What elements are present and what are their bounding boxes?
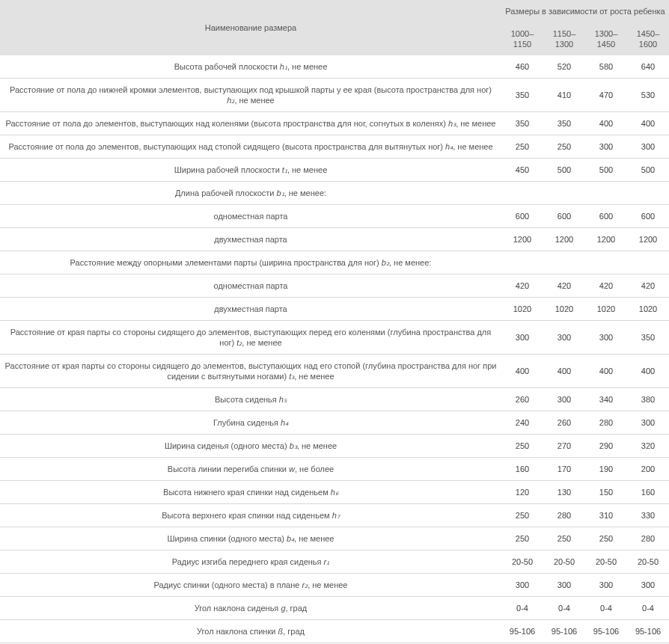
row-value: 250: [585, 527, 627, 551]
table-row: Длина рабочей плоскости b₁, не менее:: [0, 182, 669, 205]
row-value: 290: [585, 435, 627, 458]
row-value: 300: [543, 574, 585, 597]
row-value: [501, 182, 543, 205]
row-value: 420: [585, 275, 627, 298]
row-label: двухместная парта: [0, 228, 501, 251]
table-row: Радиус изгиба переднего края сиденья r₁2…: [0, 551, 669, 574]
table-row: Угол наклона сиденья g, град0-40-40-40-4: [0, 597, 669, 620]
table-row: Ширина рабочей плоскости t₁, не менее450…: [0, 159, 669, 182]
row-value: 95-106: [627, 620, 669, 643]
row-value: 1020: [501, 298, 543, 321]
row-value: 300: [627, 574, 669, 597]
row-label: одноместная парта: [0, 205, 501, 228]
table-header: Наименование размера Размеры в зависимос…: [0, 0, 669, 55]
row-value: 200: [627, 458, 669, 481]
row-value: 400: [543, 355, 585, 388]
row-value: 420: [543, 275, 585, 298]
table-row: Глубина сиденья h₄240260280300: [0, 411, 669, 435]
table-row: Высота верхнего края спинки над сиденьем…: [0, 504, 669, 527]
table-body: Высота рабочей плоскости h₁, не менее460…: [0, 55, 669, 644]
row-label: Ширина рабочей плоскости t₁, не менее: [0, 159, 501, 182]
row-value: 240: [501, 411, 543, 435]
dimensions-table: Наименование размера Размеры в зависимос…: [0, 0, 669, 644]
row-label: Угол наклона спинки ß, град: [0, 620, 501, 643]
row-value: 1200: [543, 228, 585, 251]
row-value: 400: [627, 112, 669, 135]
row-label: Длина рабочей плоскости b₁, не менее:: [0, 182, 501, 205]
row-value: 350: [501, 79, 543, 112]
row-value: 500: [585, 159, 627, 182]
table-row: Ширина сиденья (одного места) b₃, не мен…: [0, 435, 669, 458]
row-value: 300: [585, 135, 627, 159]
row-value: 0-4: [627, 597, 669, 620]
row-label: Расстояние от края парты со стороны сидя…: [0, 321, 501, 355]
row-label: Радиус спинки (одного места) в плане r₂,…: [0, 574, 501, 597]
row-label: Угол наклона сиденья g, град: [0, 597, 501, 620]
row-value: 600: [543, 205, 585, 228]
row-value: 300: [543, 388, 585, 411]
row-value: 310: [585, 504, 627, 527]
row-value: 280: [543, 504, 585, 527]
row-value: 340: [585, 388, 627, 411]
table-row: Высота рабочей плоскости h₁, не менее460…: [0, 55, 669, 79]
row-value: 260: [543, 411, 585, 435]
row-label: Глубина сиденья h₄: [0, 411, 501, 435]
row-label: Ширина спинки (одного места) b₄, не мене…: [0, 527, 501, 551]
row-value: 1200: [627, 228, 669, 251]
row-value: 600: [501, 205, 543, 228]
table-row: Ширина спинки (одного места) b₄, не мене…: [0, 527, 669, 551]
row-value: 250: [543, 135, 585, 159]
row-value: 250: [543, 527, 585, 551]
row-label: Ширина сиденья (одного места) b₃, не мен…: [0, 435, 501, 458]
row-value: 460: [501, 55, 543, 79]
table-row: одноместная парта600600600600: [0, 205, 669, 228]
row-value: 250: [501, 504, 543, 527]
row-value: 250: [501, 527, 543, 551]
table-row: Расстояние от края парты со стороны сидя…: [0, 321, 669, 355]
row-value: 350: [501, 112, 543, 135]
col-name: Наименование размера: [0, 0, 501, 55]
row-label: Высота сиденья h₅: [0, 388, 501, 411]
row-value: 95-106: [543, 620, 585, 643]
table-row: Высота сиденья h₅260300340380: [0, 388, 669, 411]
table-row: Высота нижнего края спинки над сиденьем …: [0, 481, 669, 504]
row-value: 20-50: [585, 551, 627, 574]
row-value: 400: [501, 355, 543, 388]
row-value: 350: [543, 112, 585, 135]
row-value: 1200: [501, 228, 543, 251]
row-value: 420: [627, 275, 669, 298]
row-value: 250: [501, 135, 543, 159]
row-value: 450: [501, 159, 543, 182]
row-value: 150: [585, 481, 627, 504]
table-row: Расстояние от пола до элементов, выступа…: [0, 112, 669, 135]
row-value: 95-106: [585, 620, 627, 643]
table-row: Радиус спинки (одного места) в плане r₂,…: [0, 574, 669, 597]
table-row: двухместная парта1200120012001200: [0, 228, 669, 251]
row-value: 300: [585, 321, 627, 355]
row-value: 300: [627, 135, 669, 159]
row-value: 250: [501, 435, 543, 458]
size-col-2: 1300–1450: [585, 22, 627, 55]
row-value: 410: [543, 79, 585, 112]
row-value: 400: [585, 355, 627, 388]
size-col-3: 1450–1600: [627, 22, 669, 55]
row-value: 300: [627, 411, 669, 435]
table-row: одноместная парта420420420420: [0, 275, 669, 298]
table-row: Расстояние между опорными элементами пар…: [0, 251, 669, 275]
table-row: Высота линии перегиба спинки w, не более…: [0, 458, 669, 481]
row-value: [585, 182, 627, 205]
row-value: 380: [627, 388, 669, 411]
row-value: 500: [543, 159, 585, 182]
row-value: 160: [501, 458, 543, 481]
row-value: 500: [627, 159, 669, 182]
row-value: 1020: [585, 298, 627, 321]
row-value: [543, 251, 585, 275]
row-value: 1200: [585, 228, 627, 251]
row-value: 0-4: [585, 597, 627, 620]
row-label: Расстояние от пола до нижней кромки элем…: [0, 79, 501, 112]
row-value: 300: [501, 321, 543, 355]
row-value: 130: [543, 481, 585, 504]
table-row: Расстояние от пола до элементов, выступа…: [0, 135, 669, 159]
table-row: Угол наклона спинки ß, град95-10695-1069…: [0, 620, 669, 643]
row-value: 270: [543, 435, 585, 458]
